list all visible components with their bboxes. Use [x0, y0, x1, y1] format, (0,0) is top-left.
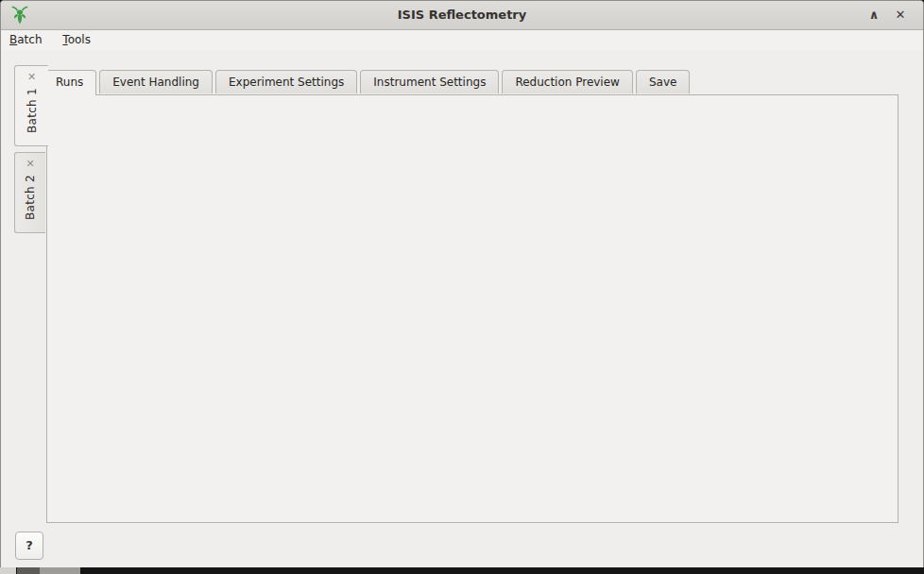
tab-runs[interactable]: Runs	[43, 70, 96, 95]
mantid-logo-icon	[9, 4, 31, 26]
tab-event-handling[interactable]: Event Handling	[99, 70, 213, 93]
batch-tab-1[interactable]: ✕ Batch 1	[14, 65, 48, 146]
tab-experiment-settings[interactable]: Experiment Settings	[215, 70, 357, 93]
tab-instrument-settings[interactable]: Instrument Settings	[360, 70, 499, 93]
close-window-button[interactable]: ✕	[891, 6, 910, 25]
desktop-strip	[0, 567, 924, 574]
help-button[interactable]: ?	[15, 532, 43, 560]
shade-window-button[interactable]: ∧	[864, 6, 883, 25]
main-tab-bar: Runs Event Handling Experiment Settings …	[43, 70, 690, 95]
batch-tab-2-label: Batch 2	[24, 175, 37, 220]
menu-batch[interactable]: Batch	[1, 30, 51, 51]
title-bar[interactable]: ISIS Reflectometry ∧ ✕	[1, 1, 923, 30]
tab-save[interactable]: Save	[636, 70, 690, 93]
close-batch-1-icon[interactable]: ✕	[27, 66, 36, 83]
runs-tab-panel	[46, 94, 898, 523]
menu-tools[interactable]: Tools	[54, 30, 99, 51]
batch-tab-2[interactable]: ✕ Batch 2	[14, 152, 45, 233]
tab-reduction-preview[interactable]: Reduction Preview	[502, 70, 633, 93]
app-window: ISIS Reflectometry ∧ ✕ Batch Tools ✕ Bat…	[0, 0, 924, 568]
close-batch-2-icon[interactable]: ✕	[26, 153, 34, 170]
menu-bar: Batch Tools	[1, 30, 923, 51]
window-title: ISIS Reflectometry	[398, 1, 527, 29]
batch-tab-1-label: Batch 1	[26, 88, 39, 133]
